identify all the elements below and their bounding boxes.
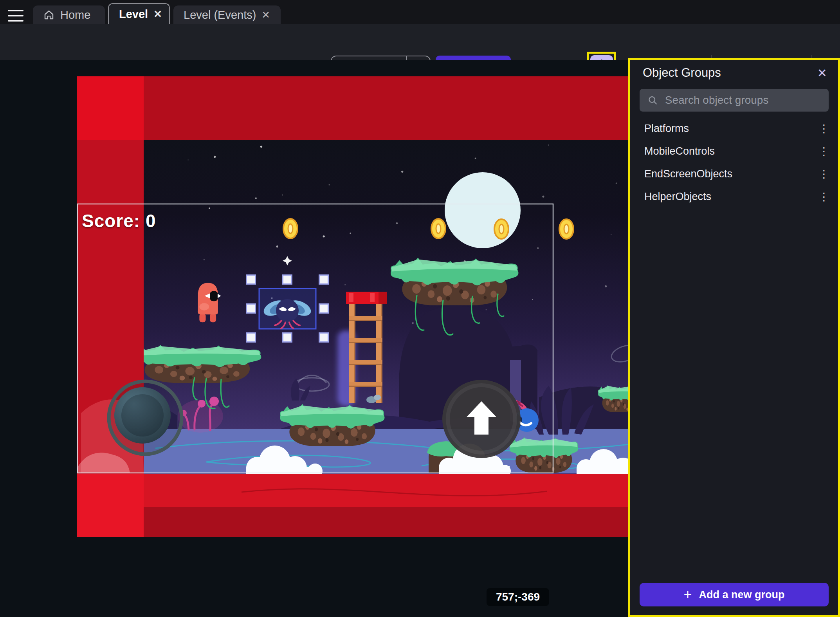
- resize-handle[interactable]: [247, 333, 256, 342]
- group-row[interactable]: EndScreenObjects⋮: [630, 162, 838, 185]
- score-text: Score: 0: [82, 210, 156, 231]
- search-input[interactable]: [664, 94, 821, 107]
- plus-icon: +: [683, 588, 692, 602]
- group-name: Platforms: [644, 123, 818, 135]
- virtual-joystick[interactable]: [109, 381, 182, 454]
- resize-handle[interactable]: [247, 304, 256, 313]
- resize-handle[interactable]: [247, 275, 256, 284]
- close-tab-icon[interactable]: ✕: [261, 10, 270, 20]
- cursor-coordinates-badge: 757;-369: [487, 588, 549, 606]
- resize-handle[interactable]: [319, 304, 328, 313]
- moon[interactable]: [445, 172, 521, 248]
- resize-handle[interactable]: [319, 333, 328, 342]
- tab-home[interactable]: Home: [33, 5, 105, 24]
- tab-label: Home: [60, 9, 90, 22]
- tab-level[interactable]: Level ✕: [108, 3, 170, 24]
- coin[interactable]: [559, 219, 573, 239]
- group-name: EndScreenObjects: [644, 168, 818, 180]
- level-viewport[interactable]: Score: 0: [77, 76, 629, 537]
- menu-icon[interactable]: [8, 10, 23, 22]
- object-groups-list: Platforms⋮MobileControls⋮EndScreenObject…: [630, 117, 838, 208]
- pebble: [374, 395, 381, 400]
- add-group-label: Add a new group: [699, 589, 785, 601]
- jump-button[interactable]: [442, 380, 521, 458]
- kebab-menu-icon[interactable]: ⋮: [818, 145, 829, 158]
- tab-bar: Home Level ✕ Level (Events) ✕: [0, 0, 840, 24]
- panel-header: Object Groups ✕: [630, 60, 838, 86]
- search-icon: [647, 94, 658, 106]
- add-group-button[interactable]: + Add a new group: [640, 583, 829, 606]
- group-name: HelperObjects: [644, 191, 818, 203]
- panel-spacer: [630, 208, 838, 583]
- coin[interactable]: [283, 219, 297, 238]
- platform[interactable]: [391, 258, 518, 306]
- close-tab-icon[interactable]: ✕: [153, 9, 162, 19]
- group-row[interactable]: MobileControls⋮: [630, 140, 838, 162]
- object-groups-panel: Object Groups ✕ Platforms⋮MobileControls…: [628, 58, 840, 617]
- group-row[interactable]: Platforms⋮: [630, 117, 838, 140]
- panel-title: Object Groups: [643, 66, 817, 80]
- resize-handle[interactable]: [319, 275, 328, 284]
- coin[interactable]: [431, 219, 445, 238]
- tab-label: Level (Events): [184, 9, 256, 22]
- platform[interactable]: [133, 345, 261, 384]
- kebab-menu-icon[interactable]: ⋮: [818, 190, 829, 203]
- kebab-menu-icon[interactable]: ⋮: [818, 122, 829, 135]
- coin[interactable]: [494, 219, 508, 239]
- platform[interactable]: [510, 437, 578, 474]
- search-object-groups-box[interactable]: [640, 89, 829, 112]
- tab-level-events[interactable]: Level (Events) ✕: [173, 5, 281, 24]
- platform[interactable]: [280, 404, 385, 447]
- tab-label: Level: [119, 8, 148, 21]
- group-name: MobileControls: [644, 145, 818, 157]
- editor-toolbar: Preview ▾ Publish: [0, 24, 840, 60]
- level-scene: [77, 76, 629, 537]
- group-row[interactable]: HelperObjects⋮: [630, 185, 838, 208]
- resize-handle[interactable]: [283, 333, 292, 342]
- kebab-menu-icon[interactable]: ⋮: [818, 168, 829, 180]
- close-icon[interactable]: ✕: [817, 66, 827, 80]
- home-icon: [43, 9, 55, 21]
- resize-handle[interactable]: [283, 275, 292, 284]
